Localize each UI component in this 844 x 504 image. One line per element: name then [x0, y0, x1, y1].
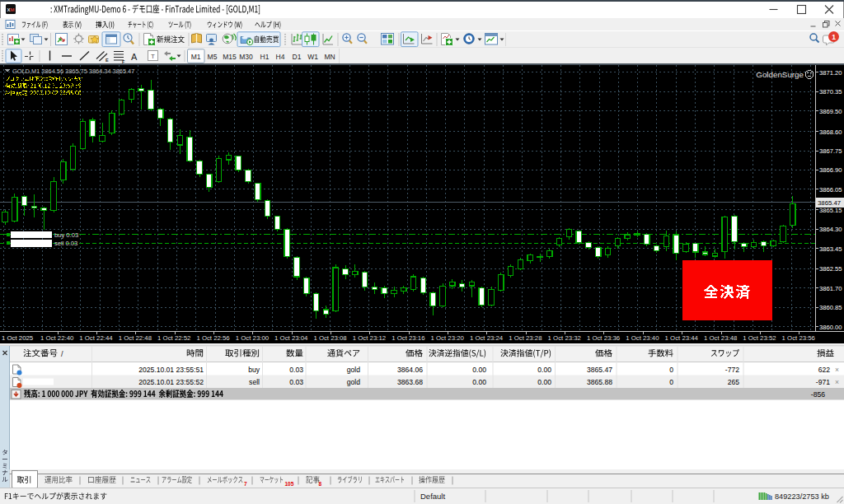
svg-text:1 Oct 23:36: 1 Oct 23:36 — [587, 334, 620, 342]
svg-text:×: × — [835, 378, 839, 386]
svg-text:T: T — [151, 53, 155, 60]
svg-text:0.03: 0.03 — [289, 378, 303, 386]
svg-text:H4: H4 — [276, 53, 285, 61]
svg-text:D1: D1 — [293, 53, 302, 61]
svg-text:3870.35: 3870.35 — [819, 88, 842, 96]
svg-text:GoldenSurge: GoldenSurge — [756, 70, 804, 79]
svg-text:3866.90: 3866.90 — [819, 166, 842, 174]
svg-text:E: E — [106, 58, 109, 63]
svg-text:-856: -856 — [811, 390, 825, 399]
svg-text:buy: buy — [248, 366, 260, 374]
svg-text:3865.88: 3865.88 — [587, 378, 612, 386]
svg-text:MN: MN — [324, 53, 335, 61]
svg-text:3867.75: 3867.75 — [819, 147, 842, 155]
svg-text:M1: M1 — [191, 53, 201, 61]
svg-text:1 Oct 23:16: 1 Oct 23:16 — [392, 334, 424, 342]
svg-text:2025.10.01 23:55:51: 2025.10.01 23:55:51 — [138, 366, 204, 374]
svg-text:0.00: 0.00 — [472, 366, 486, 374]
svg-text:265: 265 — [728, 378, 740, 386]
svg-text:M15: M15 — [223, 53, 237, 61]
svg-text:8: 8 — [319, 481, 322, 487]
svg-text:3862.55: 3862.55 — [819, 265, 842, 273]
svg-text:1 Oct 23:32: 1 Oct 23:32 — [548, 334, 581, 342]
svg-text:1 Oct 23:28: 1 Oct 23:28 — [509, 334, 542, 342]
svg-text:1 Oct 23:40: 1 Oct 23:40 — [626, 334, 659, 342]
svg-text:1 Oct 22:56: 1 Oct 22:56 — [196, 334, 229, 342]
svg-text:3861.70: 3861.70 — [819, 285, 842, 292]
svg-text:A: A — [131, 52, 138, 62]
svg-text:1 Oct 23:04: 1 Oct 23:04 — [274, 334, 308, 342]
svg-text:XM: XM — [7, 7, 14, 12]
svg-text:-971: -971 — [816, 378, 830, 386]
svg-text:1 Oct 22:40: 1 Oct 22:40 — [40, 334, 74, 342]
svg-text:1 Oct 22:52: 1 Oct 22:52 — [157, 334, 190, 342]
svg-text:H1: H1 — [260, 53, 270, 61]
svg-text:×: × — [835, 366, 839, 374]
svg-text:1 Oct 23:44: 1 Oct 23:44 — [665, 334, 699, 342]
svg-text:M5: M5 — [208, 53, 218, 61]
svg-text:1 Oct 22:44: 1 Oct 22:44 — [79, 334, 113, 342]
svg-text:3866.05: 3866.05 — [819, 186, 842, 194]
svg-text:1 Oct 2025: 1 Oct 2025 — [2, 334, 34, 342]
svg-text:1 Oct 23:52: 1 Oct 23:52 — [743, 334, 776, 342]
svg-text:1 Oct 23:08: 1 Oct 23:08 — [313, 334, 346, 342]
svg-text:W1: W1 — [307, 53, 318, 61]
svg-text:3860.00: 3860.00 — [819, 324, 842, 331]
svg-text:sell 0.03: sell 0.03 — [54, 240, 77, 247]
svg-text:7: 7 — [244, 481, 247, 487]
svg-text:Default: Default — [420, 492, 445, 501]
svg-text:1 Oct 23:56: 1 Oct 23:56 — [782, 334, 815, 342]
svg-text:1 Oct 23:20: 1 Oct 23:20 — [431, 334, 465, 342]
svg-text:M30: M30 — [239, 53, 253, 61]
svg-text:849223/2753 kb: 849223/2753 kb — [775, 492, 829, 501]
svg-text:3865.15: 3865.15 — [819, 207, 842, 214]
svg-text:0.00: 0.00 — [472, 378, 486, 386]
svg-text:buy 0.03: buy 0.03 — [54, 231, 78, 239]
svg-text:1 Oct 23:00: 1 Oct 23:00 — [236, 334, 270, 342]
svg-text:0: 0 — [669, 378, 673, 386]
svg-text:622: 622 — [818, 366, 831, 374]
svg-text:3869.50: 3869.50 — [819, 108, 842, 115]
svg-text:3865.47: 3865.47 — [818, 199, 841, 207]
svg-text:0: 0 — [669, 366, 673, 374]
svg-text:2025.10.01 23:55:52: 2025.10.01 23:55:52 — [138, 378, 204, 386]
svg-text:3863.68: 3863.68 — [397, 378, 423, 386]
svg-text:-772: -772 — [725, 366, 739, 374]
svg-text:3864.06: 3864.06 — [397, 366, 423, 374]
svg-text:0.03: 0.03 — [289, 366, 303, 374]
svg-text:1 Oct 23:12: 1 Oct 23:12 — [353, 334, 386, 342]
svg-text:GOLD,M1 3864.56 3865.75 386: GOLD,M1 3864.56 3865.75 3864.34 3865.47 — [12, 68, 134, 75]
svg-text:1: 1 — [832, 33, 836, 41]
svg-text:1 Oct 23:48: 1 Oct 23:48 — [704, 334, 737, 342]
svg-text:3860.85: 3860.85 — [819, 304, 842, 311]
svg-text:3865.47: 3865.47 — [587, 366, 612, 374]
svg-text:105: 105 — [285, 481, 294, 487]
svg-text:1 Oct 22:48: 1 Oct 22:48 — [119, 334, 152, 342]
svg-text:1 Oct 23:24: 1 Oct 23:24 — [470, 334, 504, 342]
svg-text:gold: gold — [347, 366, 360, 374]
svg-text:sell: sell — [249, 378, 260, 386]
svg-text:0.00: 0.00 — [537, 378, 551, 386]
svg-text:3868.60: 3868.60 — [819, 128, 842, 136]
svg-text:gold: gold — [347, 378, 360, 386]
svg-text:0.00: 0.00 — [537, 366, 551, 374]
svg-text:3863.45: 3863.45 — [819, 245, 842, 253]
svg-text:3871.20: 3871.20 — [819, 69, 842, 77]
svg-text:3864.30: 3864.30 — [819, 226, 842, 233]
